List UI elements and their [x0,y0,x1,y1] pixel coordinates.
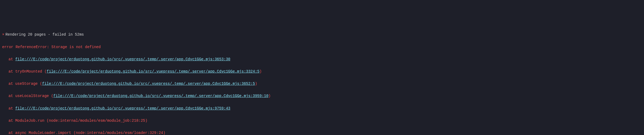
stack-suffix: ) [255,82,257,86]
error-message: error ReferenceError: Storage is not def… [2,44,642,50]
stack-prefix: at useLocalStorage ( [9,94,53,98]
stack-prefix: at ModuleJob.run (node:internal/modules/… [9,119,147,123]
status-text: Rendering 20 pages - failed in 52ms [5,32,84,37]
file-link[interactable]: file:///E:/code/project/erduotong.github… [53,94,269,98]
stack-frame: at async ModuleLoader.import (node:inter… [2,130,642,135]
stack-frame: at useLocalStorage (file:///E:/code/proj… [2,93,642,99]
stack-prefix: at useStorage ( [9,82,42,86]
stack-frame: at tryOnMounted (file:///E:/code/project… [2,69,642,75]
stack-frame: at ModuleJob.run (node:internal/modules/… [2,118,642,124]
stack-frame: at useStorage (file:///E:/code/project/e… [2,81,642,87]
file-link[interactable]: file:///E:/code/project/erduotong.github… [15,106,230,111]
file-link[interactable]: file:///E:/code/project/erduotong.github… [15,57,230,61]
stack-prefix: at [9,57,15,61]
fail-icon: × [2,32,4,37]
stack-frame: at file:///E:/code/project/erduotong.git… [2,56,642,62]
stack-prefix: at tryOnMounted ( [9,69,47,74]
stack-suffix: ) [259,69,262,74]
stack-prefix: at [9,106,15,111]
file-link[interactable]: file:///E:/code/project/erduotong.github… [47,69,259,74]
stack-prefix: at async ModuleLoader.import (node:inter… [9,131,165,135]
file-link[interactable]: file:///E:/code/project/erduotong.github… [42,82,255,86]
status-line: ×Rendering 20 pages - failed in 52ms [2,32,642,38]
stack-frame: at file:///E:/code/project/erduotong.git… [2,106,642,112]
stack-suffix: ) [269,94,271,98]
terminal-output: ×Rendering 20 pages - failed in 52ms err… [2,26,642,135]
